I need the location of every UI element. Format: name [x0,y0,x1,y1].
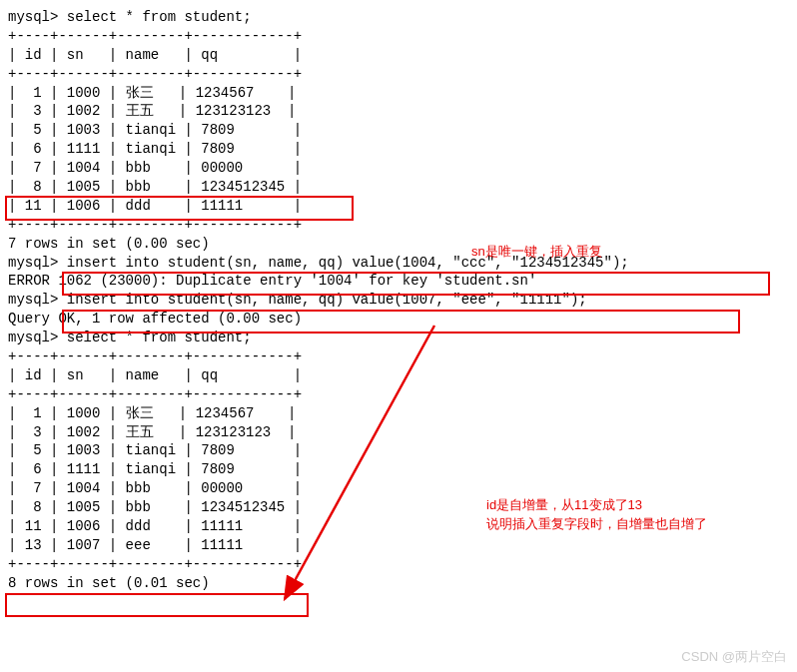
result-summary: 8 rows in set (0.01 sec) [8,574,789,593]
table-row: | 5 | 1003 | tianqi | 7809 | [8,121,789,140]
table-row: | 7 | 1004 | bbb | 00000 | [8,159,789,178]
table-divider: +----+------+--------+------------+ [8,27,789,46]
sql-prompt: mysql> select * from student; [8,8,789,27]
table-row: | 6 | 1111 | tianqi | 7809 | [8,140,789,159]
watermark: CSDN @两片空白 [681,648,787,666]
table-row: | 1 | 1000 | 张三 | 1234567 | [8,404,789,423]
table-row: | 11 | 1006 | ddd | 11111 | [8,197,789,216]
sql-prompt: mysql> select * from student; [8,329,789,347]
annotation-autoincrement-2: 说明插入重复字段时，自增量也自增了 [486,515,707,533]
table-row: | 6 | 1111 | tianqi | 7809 | [8,460,789,479]
table-divider: +----+------+--------+------------+ [8,347,789,366]
table-row: | 7 | 1004 | bbb | 00000 | [8,479,789,498]
table-divider: +----+------+--------+------------+ [8,65,789,84]
annotation-unique-key: sn是唯一键，插入重复 [471,243,602,261]
table-row: | 5 | 1003 | tianqi | 7809 | [8,441,789,460]
annotation-autoincrement-1: id是自增量，从11变成了13 [486,496,642,514]
table-header: | id | sn | name | qq | [8,46,789,65]
table-row: | 3 | 1002 | 王五 | 123123123 | [8,102,789,121]
table-row: | 8 | 1005 | bbb | 1234512345 | [8,178,789,197]
result-summary: 7 rows in set (0.00 sec) [8,235,789,254]
table-divider: +----+------+--------+------------+ [8,555,789,574]
sql-insert: mysql> insert into student(sn, name, qq)… [8,291,789,310]
sql-insert: mysql> insert into student(sn, name, qq)… [8,254,789,273]
table-header: | id | sn | name | qq | [8,366,789,385]
table-row: | 3 | 1002 | 王五 | 123123123 | [8,423,789,442]
table-row: | 13 | 1007 | eee | 11111 | [8,536,789,555]
table-divider: +----+------+--------+------------+ [8,385,789,404]
table-row: | 1 | 1000 | 张三 | 1234567 | [8,84,789,103]
table-divider: +----+------+--------+------------+ [8,216,789,235]
sql-error: ERROR 1062 (23000): Duplicate entry '100… [8,272,789,291]
highlight-inserted-row-2 [5,593,309,617]
sql-ok: Query OK, 1 row affected (0.00 sec) [8,310,789,329]
